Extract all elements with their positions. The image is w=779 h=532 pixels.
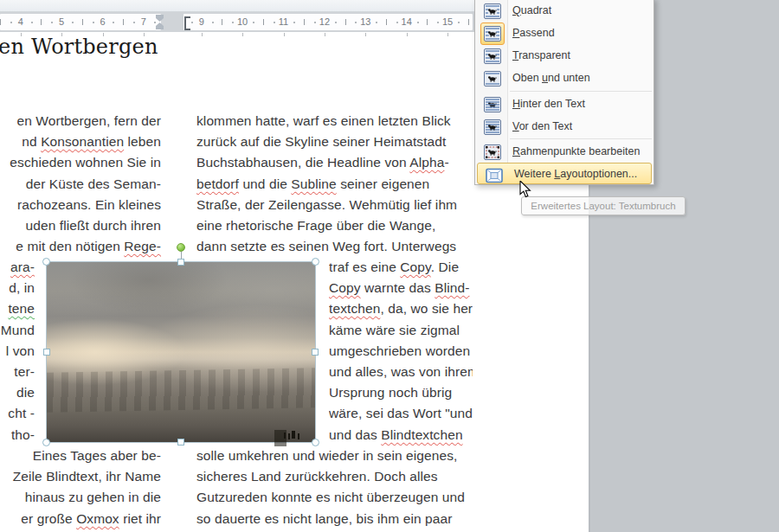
resize-handle-w[interactable]: [43, 349, 50, 356]
text-line[interactable]: textchen, da, wo sie her-: [329, 298, 473, 319]
text-line[interactable]: eine rhetorische Frage über die Wange,: [196, 215, 473, 236]
ruler-active-segment-column1: [0, 14, 161, 30]
menu-item-vor-den-text[interactable]: Vor den Text: [476, 115, 653, 138]
document-heading[interactable]: en Wortbergen: [0, 35, 158, 59]
menu-item-label: Vor den Text: [512, 115, 572, 138]
menu-item-weitere-layoutoptionen[interactable]: Weitere Layoutoptionen...: [477, 163, 652, 184]
left-column-text[interactable]: en Wortbergen, fern dernd Konsonantien l…: [0, 111, 161, 257]
text-line[interactable]: und das Blindtextchen: [329, 425, 473, 445]
text-line[interactable]: Gutzureden konnte es nicht überzeugen un…: [196, 487, 473, 508]
ruler-number: 9: [199, 16, 204, 28]
tooltip: Erweitertes Layout: Textumbruch: [521, 196, 686, 215]
edit-wrap-points-icon: [480, 141, 505, 163]
menu-item-rahmenpunkte-bearbeiten[interactable]: Rahmenpunkte bearbeiten: [476, 140, 653, 163]
column-margin-marker-icon[interactable]: [184, 16, 190, 30]
ruler-tick: [242, 33, 243, 36]
photo-silhouettes: [284, 433, 286, 439]
text-line[interactable]: wäre, sei das Wort "und": [329, 403, 473, 424]
text-line[interactable]: en Wortbergen, fern der: [0, 111, 161, 131]
ruler-tick: [61, 33, 62, 36]
text-line[interactable]: zurück auf die Skyline seiner Heimatstad…: [196, 131, 473, 152]
menu-item-label: Weitere Layoutoptionen...: [514, 163, 637, 184]
text-line[interactable]: ter-: [0, 362, 35, 382]
ruler-number: 11: [279, 16, 288, 28]
left-column-text-beside-image[interactable]: ara-d, inteneMundl vonter-diecht -tho-: [0, 257, 35, 445]
resize-handle-ne[interactable]: [312, 258, 319, 266]
text-line[interactable]: der Küste des Seman-: [0, 174, 161, 195]
text-line[interactable]: Buchstabhausen, die Headline von Alpha-: [196, 152, 473, 173]
ruler-tick: [154, 22, 156, 23]
ruler-tick: [202, 33, 203, 36]
text-line[interactable]: und alles, was von ihrem: [329, 362, 473, 382]
ruler-tick: [386, 19, 387, 25]
ruler-number: 14: [402, 16, 412, 28]
text-line[interactable]: tene: [0, 298, 35, 319]
left-column-text-bottom[interactable]: Eines Tages aber be-Zeile Blindtext, ihr…: [0, 445, 161, 529]
text-line[interactable]: tho-: [0, 425, 35, 445]
menu-item-passend[interactable]: Passend: [476, 22, 653, 44]
text-line[interactable]: klommen hatte, warf es einen letzten Bli…: [196, 111, 473, 131]
resize-handle-s[interactable]: [177, 439, 184, 445]
text-line[interactable]: Ursprung noch übrig: [329, 382, 473, 403]
text-line[interactable]: nd Konsonantien leben: [0, 131, 161, 152]
rotation-handle[interactable]: [177, 243, 185, 252]
menu-item-hinter-den-text[interactable]: Hinter den Text: [476, 93, 653, 115]
resize-handle-n[interactable]: [177, 259, 184, 266]
text-line[interactable]: betdorf und die Subline seiner eigenen: [196, 174, 473, 195]
text-line[interactable]: uden fließt durch ihren: [0, 215, 161, 236]
right-column-text-bottom[interactable]: solle umkehren und wieder in sein eigene…: [196, 445, 473, 529]
resize-handle-se[interactable]: [312, 439, 319, 446]
text-line[interactable]: eschieden wohnen Sie in: [0, 152, 161, 173]
ruler-tick: [458, 22, 460, 23]
horizontal-ruler: 45679101112131415: [0, 12, 481, 32]
resize-handle-sw[interactable]: [42, 439, 50, 446]
menu-item-transparent[interactable]: Transparent: [476, 44, 653, 67]
text-line[interactable]: hinaus zu gehen in die: [0, 487, 161, 508]
ruler-tick: [72, 22, 74, 23]
menu-separator: [510, 138, 652, 139]
text-line[interactable]: cht -: [0, 403, 35, 424]
resize-handle-nw[interactable]: [42, 258, 50, 266]
wrap-through-icon: [480, 45, 505, 67]
text-line[interactable]: Copy warnte das Blind-: [329, 278, 473, 298]
ruler-number: 12: [319, 16, 330, 28]
text-line[interactable]: ara-: [0, 257, 35, 278]
beach-photo[interactable]: [47, 262, 315, 442]
text-line[interactable]: Eines Tages aber be-: [0, 445, 161, 466]
right-column-text-beside-image[interactable]: traf es eine Copy. DieCopy warnte das Bl…: [329, 257, 473, 445]
selected-image[interactable]: [47, 262, 315, 442]
ruler-tick: [10, 22, 12, 23]
text-line[interactable]: er große Oxmox riet ihr: [0, 509, 161, 529]
text-line[interactable]: d, in: [0, 278, 35, 298]
text-line[interactable]: l von: [0, 341, 35, 362]
menu-item-label: Quadrat: [512, 0, 551, 22]
right-column-text[interactable]: klommen hatte, warf es einen letzten Bli…: [196, 111, 473, 257]
ruler-tick: [427, 19, 428, 25]
more-layout-options-icon: [482, 164, 506, 187]
text-line[interactable]: umgeschrieben worden: [329, 341, 473, 362]
text-line[interactable]: Zeile Blindtext, ihr Name: [0, 466, 161, 487]
ribbon-bottom-strip: [0, 0, 481, 12]
text-wrap-context-menu: QuadratPassendTransparentOben und untenH…: [474, 0, 654, 185]
text-line[interactable]: die: [0, 382, 35, 403]
text-line[interactable]: rachozeans. Ein kleines: [0, 195, 161, 215]
ruler-tick: [335, 22, 337, 23]
text-line[interactable]: Mund: [0, 320, 35, 341]
resize-handle-e[interactable]: [312, 349, 319, 356]
text-line[interactable]: e mit den nötigen Rege-: [0, 236, 161, 257]
text-line[interactable]: sicheres Land zurückkehren. Doch alles: [196, 466, 473, 487]
text-line[interactable]: Straße, der Zeilengasse. Wehmütig lief i…: [196, 195, 473, 215]
text-line[interactable]: so dauerte es nicht lange, bis ihm ein p…: [196, 509, 473, 529]
text-line[interactable]: käme wäre sie zigmal: [329, 320, 473, 341]
ruler-tick: [325, 33, 325, 36]
ruler-tick: [304, 19, 305, 25]
ruler-number: 10: [237, 16, 248, 28]
text-line[interactable]: solle umkehren und wieder in sein eigene…: [196, 445, 473, 466]
menu-item-label: Passend: [512, 22, 555, 44]
ruler-tick: [93, 22, 94, 23]
text-line[interactable]: dann setzte es seinen Weg fort. Unterweg…: [196, 236, 473, 257]
menu-item-oben-und-unten[interactable]: Oben und unten: [476, 67, 653, 89]
menu-item-quadrat[interactable]: Quadrat: [476, 0, 653, 22]
text-line[interactable]: traf es eine Copy. Die: [329, 257, 473, 278]
ruler-tick: [191, 22, 193, 23]
